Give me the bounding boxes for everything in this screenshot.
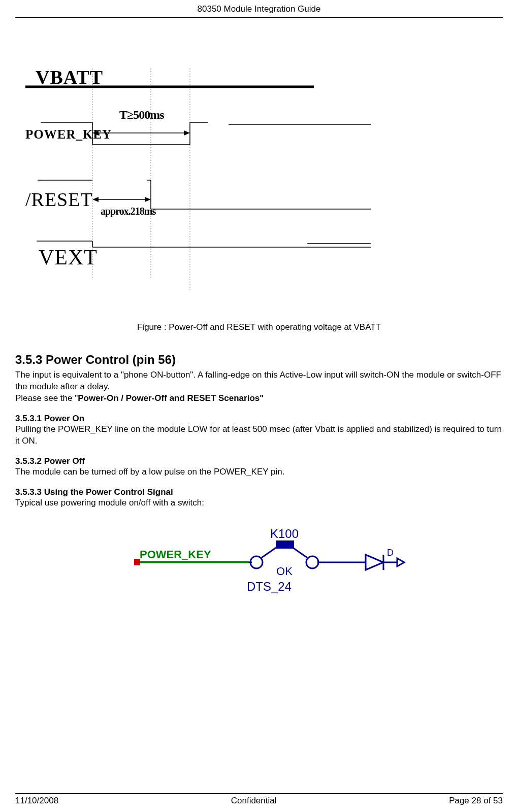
sub1-heading: 3.5.3.1 Power On	[15, 414, 503, 424]
ok-text: OK	[276, 565, 293, 578]
figure-caption: Figure : Power-Off and RESET with operat…	[15, 322, 503, 332]
section-intro: The input is equivalent to a "phone ON-b…	[15, 369, 503, 404]
header-title: 80350 Module Integration Guide	[198, 4, 321, 14]
sub3-text: Typical use powering module on/off with …	[15, 497, 503, 509]
timing-diagram: VBATT POWER_KEY /RESET VEXT T≥500ms appr…	[25, 58, 503, 297]
annotation-approx218: approx.218ms	[101, 206, 155, 217]
svg-marker-12	[184, 130, 190, 136]
section-intro-1: The input is equivalent to a "phone ON-b…	[15, 370, 501, 391]
sub2-heading: 3.5.3.2 Power Off	[15, 456, 503, 466]
svg-line-30	[262, 547, 277, 558]
svg-marker-19	[145, 197, 151, 202]
signal-label-reset: /RESET	[25, 188, 93, 211]
footer-date: 11/10/2008	[15, 796, 58, 806]
section-heading: 3.5.3 Power Control (pin 56)	[15, 353, 503, 367]
svg-rect-25	[134, 559, 140, 565]
sub2-text: The module can be turned off by a low pu…	[15, 466, 503, 478]
power-key-text: POWER_KEY	[140, 548, 211, 561]
dts24-text: DTS_24	[247, 580, 292, 593]
sub1-text: Pulling the POWER_KEY line on the module…	[15, 424, 503, 447]
circuit-diagram: K100 POWER_KEY OK DTS_24	[15, 527, 503, 615]
signal-label-vbatt: VBATT	[36, 66, 103, 88]
svg-marker-36	[397, 558, 404, 566]
k100-text: K100	[270, 527, 299, 540]
svg-marker-33	[366, 555, 383, 570]
svg-rect-24	[276, 540, 294, 549]
page-footer: 11/10/2008 Confidential Page 28 of 53	[15, 793, 503, 806]
signal-label-vext: VEXT	[39, 245, 98, 269]
footer-center: Confidential	[231, 796, 277, 806]
footer-page: Page 28 of 53	[449, 796, 503, 806]
sub3-heading: 3.5.3.3 Using the Power Control Signal	[15, 487, 503, 497]
section-intro-2a: Please see the "	[15, 393, 78, 403]
section-intro-2b: Power-On / Power-Off and RESET Scenarios…	[78, 393, 264, 403]
svg-line-31	[292, 547, 307, 558]
svg-point-27	[250, 556, 263, 568]
d-text: D	[387, 548, 394, 558]
svg-point-28	[306, 556, 318, 568]
annotation-t500: T≥500ms	[119, 108, 164, 122]
page-header: 80350 Module Integration Guide	[15, 0, 503, 18]
signal-label-power-key: POWER_KEY	[25, 127, 112, 142]
svg-marker-18	[92, 197, 99, 202]
